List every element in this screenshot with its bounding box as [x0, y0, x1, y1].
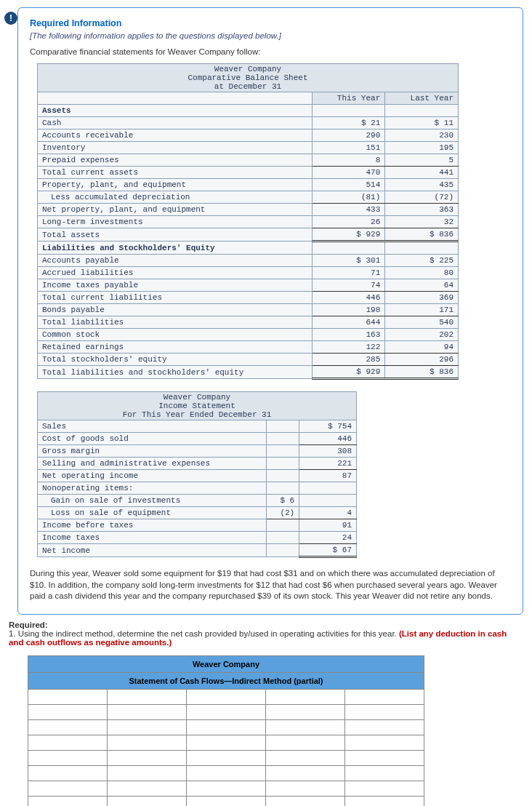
answer-cell[interactable] — [345, 796, 424, 806]
this-year-value: 446 — [312, 292, 385, 304]
pre-value: (2) — [267, 507, 299, 519]
last-year-value: (72) — [385, 191, 459, 204]
last-year-value: 369 — [385, 292, 459, 304]
row-handle[interactable] — [28, 689, 108, 704]
answer-cell[interactable] — [187, 719, 266, 735]
answer-cell[interactable] — [266, 689, 345, 704]
table-row: Long-term investments2632 — [38, 216, 459, 228]
row-handle[interactable] — [28, 765, 108, 781]
answer-cell[interactable] — [345, 689, 424, 704]
this-year-value: 433 — [312, 204, 385, 216]
row-label: Total liabilities and stockholders' equi… — [38, 366, 313, 379]
answer-cell[interactable] — [345, 750, 424, 765]
row-handle[interactable] — [28, 704, 108, 719]
last-year-value — [385, 105, 459, 117]
last-year-value: 171 — [385, 304, 459, 316]
table-row: Income taxes24 — [38, 532, 357, 544]
this-year-value: 122 — [312, 341, 385, 354]
last-year-value: 202 — [385, 329, 459, 341]
answer-row[interactable] — [28, 796, 424, 806]
answer-cell[interactable] — [187, 781, 266, 796]
table-row: Sales$ 754 — [38, 420, 357, 433]
col-last-year: Last Year — [385, 92, 459, 105]
row-handle[interactable] — [28, 735, 108, 750]
this-year-value: 290 — [312, 129, 385, 142]
row-label: Income taxes — [38, 532, 267, 544]
answer-cell[interactable] — [187, 704, 266, 719]
answer-row[interactable] — [28, 765, 424, 781]
answer-cell[interactable] — [108, 704, 187, 719]
answer-row[interactable] — [28, 689, 424, 704]
answer-cell[interactable] — [266, 735, 345, 750]
row-handle[interactable] — [28, 796, 108, 806]
table-row: Total current assets470441 — [38, 167, 459, 179]
answer-cell[interactable] — [108, 796, 187, 806]
row-handle[interactable] — [28, 719, 108, 735]
answer-row[interactable] — [28, 704, 424, 719]
table-row: Bonds payable198171 — [38, 304, 459, 316]
last-year-value: 296 — [385, 354, 459, 366]
row-label: Prepaid expenses — [38, 154, 313, 167]
table-row: Income before taxes91 — [38, 519, 357, 532]
required-text: 1. Using the indirect method, determine … — [9, 629, 399, 638]
value: 221 — [299, 458, 357, 470]
answer-row[interactable] — [28, 750, 424, 765]
row-label: Retained earnings — [38, 341, 313, 354]
table-row: Total liabilities644540 — [38, 316, 459, 329]
this-year-value: 151 — [312, 142, 385, 154]
this-year-value: $ 929 — [312, 366, 385, 379]
answer-cell[interactable] — [266, 704, 345, 719]
answer-cell[interactable] — [345, 781, 424, 796]
answer-cell[interactable] — [108, 719, 187, 735]
row-handle[interactable] — [28, 781, 108, 796]
row-handle[interactable] — [28, 750, 108, 765]
info-card: Required Information [The following info… — [17, 7, 523, 615]
row-label: Net income — [38, 544, 267, 557]
answer-cell[interactable] — [108, 735, 187, 750]
answer-cell[interactable] — [108, 765, 187, 781]
answer-cell[interactable] — [266, 796, 345, 806]
answer-cell[interactable] — [266, 781, 345, 796]
value: 24 — [299, 532, 357, 544]
answer-row[interactable] — [28, 735, 424, 750]
answer-cell[interactable] — [108, 781, 187, 796]
row-label: Accounts payable — [38, 255, 313, 267]
row-label: Nonoperating items: — [38, 482, 267, 495]
table-row: Gross margin308 — [38, 445, 357, 458]
row-label: Inventory — [38, 142, 313, 154]
answer-subtitle: Statement of Cash Flows—Indirect Method … — [28, 672, 424, 689]
answer-cell[interactable] — [345, 704, 424, 719]
answer-cell[interactable] — [187, 765, 266, 781]
answer-cell[interactable] — [345, 765, 424, 781]
answer-cell[interactable] — [266, 750, 345, 765]
answer-cell[interactable] — [266, 719, 345, 735]
answer-cell[interactable] — [187, 796, 266, 806]
answer-cell[interactable] — [187, 750, 266, 765]
table-row: Total current liabilities446369 — [38, 292, 459, 304]
row-label: Net operating income — [38, 470, 267, 482]
value: 308 — [299, 445, 357, 458]
answer-row[interactable] — [28, 719, 424, 735]
this-year-value: $ 301 — [312, 255, 385, 267]
answer-cell[interactable] — [345, 719, 424, 735]
answer-cell[interactable] — [187, 735, 266, 750]
table-row: Cash$ 21$ 11 — [38, 117, 459, 129]
this-year-value: 26 — [312, 216, 385, 228]
last-year-value: 435 — [385, 179, 459, 191]
row-label: Less accumulated depreciation — [38, 191, 313, 204]
value: 87 — [299, 470, 357, 482]
this-year-value: $ 21 — [312, 117, 385, 129]
row-label: Long-term investments — [38, 216, 313, 228]
table-row: Selling and administrative expenses221 — [38, 458, 357, 470]
answer-cell[interactable] — [345, 735, 424, 750]
table-row: Accrued liabilities7180 — [38, 267, 459, 279]
row-label: Accrued liabilities — [38, 267, 313, 279]
answer-row[interactable] — [28, 781, 424, 796]
answer-cell[interactable] — [266, 765, 345, 781]
table-row: Inventory151195 — [38, 142, 459, 154]
table-row: Property, plant, and equipment514435 — [38, 179, 459, 191]
answer-cell[interactable] — [108, 750, 187, 765]
answer-cell[interactable] — [108, 689, 187, 704]
row-label: Total current assets — [38, 167, 313, 179]
answer-cell[interactable] — [187, 689, 266, 704]
